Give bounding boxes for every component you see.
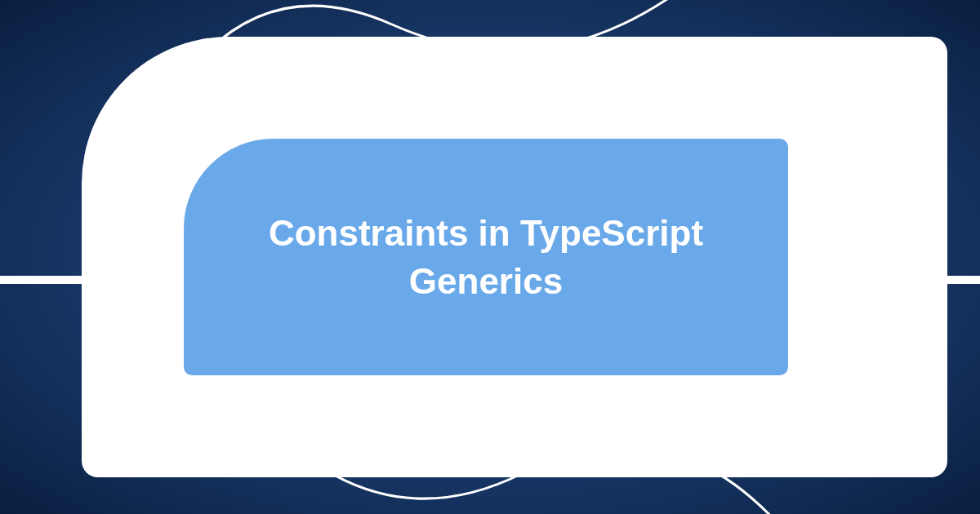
inner-card: Constraints in TypeScript Generics [184,139,788,375]
decorative-line-left [0,276,82,284]
decorative-line-right [947,276,980,284]
banner-title: Constraints in TypeScript Generics [233,209,739,306]
